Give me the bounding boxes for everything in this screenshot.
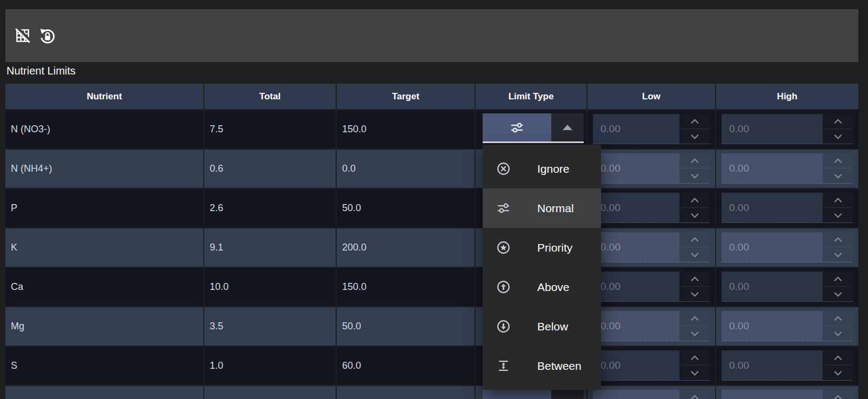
page-title: Nutrient Limits [6,64,76,78]
menu-item-label: Normal [537,202,574,215]
target-value: 0.0 [337,150,475,188]
step-up-button[interactable] [823,153,853,168]
step-down-button[interactable] [823,247,853,262]
low-input[interactable] [593,193,679,222]
high-input[interactable] [722,114,823,144]
menu-item-normal[interactable]: Normal [483,188,601,228]
high-input[interactable] [722,153,823,183]
high-input[interactable] [722,311,823,341]
high-input[interactable] [722,272,823,301]
low-input[interactable] [593,114,679,144]
step-down-button[interactable] [679,366,710,380]
col-header-total: Total [204,84,336,109]
low-field [593,311,710,341]
limit-type-menu: Ignore Normal Priority Above [483,145,601,390]
lock-reset-button[interactable] [38,26,57,45]
grid-off-button[interactable] [13,26,32,45]
close-circle-icon [496,161,511,176]
menu-item-above[interactable]: Above [483,267,601,307]
nutrient-value: N (NO3-) [5,110,203,148]
step-down-button[interactable] [823,366,853,380]
col-header-limit-type: Limit Type [476,84,586,109]
arrow-up-circle-icon [496,280,511,294]
high-input[interactable] [722,232,823,262]
low-input[interactable] [593,311,679,341]
step-down-button[interactable] [823,208,853,222]
chevron-up-icon [833,237,843,242]
step-up-button[interactable] [679,350,710,366]
step-down-button[interactable] [679,208,710,222]
total-value: 2.6 [204,189,336,227]
step-up-button[interactable] [823,232,853,247]
chevron-down-icon [833,370,843,376]
step-down-button[interactable] [679,168,710,183]
low-input[interactable] [593,390,679,399]
nutrient-limits-table: Nutrient Total Target Limit Type Low Hig… [5,84,858,399]
step-up-button[interactable] [679,390,710,399]
step-up-button[interactable] [823,193,853,208]
low-input[interactable] [593,232,679,262]
step-down-button[interactable] [679,287,710,301]
low-input[interactable] [593,272,679,301]
chevron-up-icon [833,119,843,124]
arrow-down-circle-icon [496,319,511,334]
limit-type-select[interactable] [483,113,584,143]
menu-item-below[interactable]: Below [483,307,601,346]
menu-item-priority[interactable]: Priority [483,228,601,267]
tune-icon [496,201,511,215]
step-up-button[interactable] [823,272,853,287]
limit-type-select[interactable] [483,389,584,399]
stepper [823,350,853,380]
chevron-down-icon [690,370,699,376]
step-down-button[interactable] [679,326,710,341]
menu-item-label: Priority [537,241,572,254]
low-field [593,193,710,223]
nutrient-value: K [5,228,203,267]
high-input[interactable] [722,390,823,399]
total-value: 9.1 [204,228,336,267]
table-row [5,386,858,399]
menu-item-between[interactable]: Between [483,346,601,386]
chevron-down-icon [833,331,843,336]
high-field [722,114,853,144]
high-input[interactable] [722,350,823,380]
stepper [679,193,710,222]
step-down-button[interactable] [679,129,710,144]
high-field [722,153,853,184]
high-field [722,390,853,399]
nutrient-value: N (NH4+) [5,150,203,188]
chevron-down-icon [690,331,699,336]
low-input[interactable] [593,350,679,380]
step-down-button[interactable] [823,168,853,183]
target-value: 150.0 [337,110,475,148]
low-field [593,153,710,184]
step-up-button[interactable] [679,114,710,129]
low-input[interactable] [593,153,679,183]
step-down-button[interactable] [679,247,710,262]
step-up-button[interactable] [679,193,710,208]
step-down-button[interactable] [823,287,853,301]
step-up-button[interactable] [679,272,710,287]
step-up-button[interactable] [823,311,853,326]
stepper [823,390,853,399]
step-down-button[interactable] [823,129,853,144]
grid-off-icon [14,27,31,44]
step-up-button[interactable] [679,311,710,326]
nutrient-value [5,386,203,399]
table-row: S 1.0 60.0 [5,347,858,385]
chevron-up-icon [690,355,699,361]
step-up-button[interactable] [679,232,710,247]
step-up-button[interactable] [823,114,853,129]
step-up-button[interactable] [823,390,853,399]
chevron-up-icon [833,158,843,164]
nutrient-value: P [5,189,203,227]
target-value: 60.0 [337,347,475,385]
chevron-up-icon [690,158,699,164]
step-up-button[interactable] [679,153,710,168]
high-input[interactable] [722,193,823,222]
step-down-button[interactable] [823,326,853,341]
step-up-button[interactable] [823,350,853,366]
menu-item-ignore[interactable]: Ignore [483,149,601,188]
chevron-down-icon [690,213,699,218]
chevron-down-icon [690,252,699,258]
